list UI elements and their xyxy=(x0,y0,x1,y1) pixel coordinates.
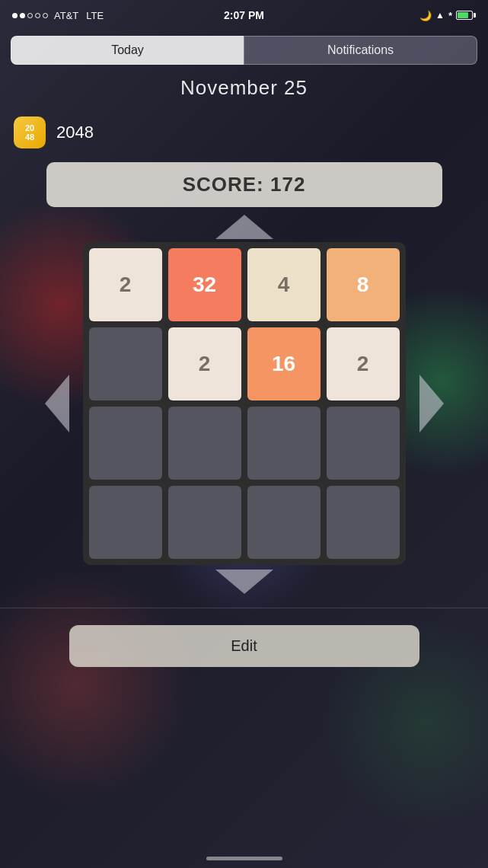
carrier-label: AT&T xyxy=(54,10,78,21)
home-indicator xyxy=(206,857,282,860)
tile-15 xyxy=(327,486,400,559)
tab-today[interactable]: Today xyxy=(11,36,244,65)
board-row: 232482162 xyxy=(46,242,442,565)
tab-notifications[interactable]: Notifications xyxy=(244,36,477,65)
tile-9 xyxy=(168,407,241,480)
signal-dot-5 xyxy=(43,13,48,18)
tile-0: 2 xyxy=(89,248,162,321)
tile-5: 2 xyxy=(168,327,241,400)
tab-bar: Today Notifications xyxy=(0,30,488,70)
arrow-right-container xyxy=(406,375,458,432)
moon-icon: 🌙 xyxy=(419,10,432,21)
app-row: 2048 2048 xyxy=(0,109,488,156)
location-icon: ▲ xyxy=(435,10,445,21)
tile-13 xyxy=(168,486,241,559)
tile-14 xyxy=(247,486,321,559)
edit-button-label: Edit xyxy=(231,637,257,654)
tile-8 xyxy=(89,407,162,480)
tile-11 xyxy=(327,407,400,480)
divider xyxy=(0,608,488,608)
network-label: LTE xyxy=(86,10,104,21)
tile-1: 32 xyxy=(168,248,241,321)
clock: 2:07 PM xyxy=(224,9,264,21)
tile-6: 16 xyxy=(247,327,321,400)
tile-4 xyxy=(89,327,162,400)
arrow-left-container xyxy=(31,375,83,432)
date-text: November 25 xyxy=(180,76,308,99)
arrow-up-button[interactable] xyxy=(215,215,273,239)
date-header: November 25 xyxy=(0,70,488,109)
status-left: AT&T LTE xyxy=(12,10,104,21)
tile-3: 8 xyxy=(327,248,400,321)
edit-button[interactable]: Edit xyxy=(69,625,419,667)
app-icon-text: 2048 xyxy=(25,123,34,142)
arrow-down-button[interactable] xyxy=(215,570,273,594)
arrow-down-container xyxy=(46,570,442,594)
signal-dot-1 xyxy=(12,13,18,18)
signal-dots xyxy=(12,13,48,18)
arrow-right-button[interactable] xyxy=(419,375,444,432)
tile-12 xyxy=(89,486,162,559)
signal-dot-2 xyxy=(20,13,25,18)
signal-dot-3 xyxy=(27,13,33,18)
score-text: SCORE: 172 xyxy=(183,173,306,196)
app-name: 2048 xyxy=(56,123,94,142)
status-bar: AT&T LTE 2:07 PM 🌙 ▲ * xyxy=(0,0,488,30)
tab-today-label: Today xyxy=(111,43,144,57)
status-right: 🌙 ▲ * xyxy=(419,10,476,21)
battery-icon xyxy=(456,11,476,20)
bluetooth-icon: * xyxy=(448,10,452,21)
score-box: SCORE: 172 xyxy=(46,162,442,207)
game-widget: SCORE: 172 232482162 xyxy=(46,162,442,594)
tile-10 xyxy=(247,407,321,480)
tab-notifications-label: Notifications xyxy=(327,43,394,57)
app-icon: 2048 xyxy=(14,116,46,148)
tile-2: 4 xyxy=(247,248,321,321)
arrow-left-button[interactable] xyxy=(45,375,69,432)
tile-7: 2 xyxy=(327,327,400,400)
signal-dot-4 xyxy=(35,13,40,18)
game-board: 232482162 xyxy=(83,242,406,565)
arrow-up-container xyxy=(46,215,442,239)
